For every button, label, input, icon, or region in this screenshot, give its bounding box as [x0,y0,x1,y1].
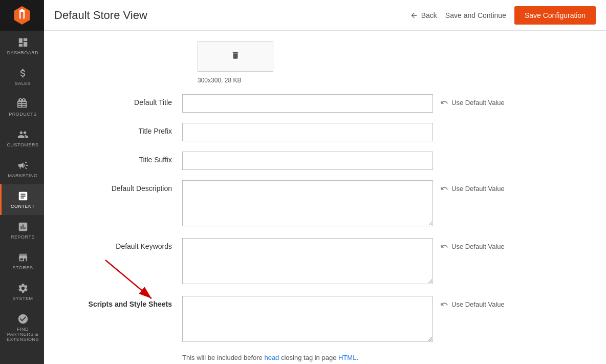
default-keywords-textarea[interactable] [182,238,433,284]
stores-icon [17,252,29,263]
sidebar-item-system-label: SYSTEM [12,296,33,301]
image-thumbnail [198,41,273,72]
sidebar-item-reports[interactable]: REPORTS [0,215,44,246]
save-configuration-button[interactable]: Save Configuration [514,6,596,25]
sidebar-item-customers-label: CUSTOMERS [7,142,39,147]
content-icon [17,190,29,202]
scripts-style-sheets-input-wrap [182,296,433,344]
undo-icon [440,242,448,250]
sidebar-item-content-label: CONTENT [11,204,35,209]
sidebar-item-system[interactable]: SYSTEM [0,276,44,307]
html-link: HTML [338,354,356,361]
sidebar-item-stores-label: STORES [13,265,33,270]
sidebar-item-products-label: PRODUCTS [9,112,37,117]
undo-icon [440,300,448,308]
scripts-style-sheets-label: Scripts and Style Sheets [64,296,182,308]
default-description-label: Default Description [64,180,182,192]
magento-logo-icon [13,6,31,25]
scripts-style-sheets-textarea[interactable] [182,296,433,342]
title-prefix-input-wrap [182,123,433,141]
title-prefix-label: Title Prefix [64,123,182,135]
sidebar-item-partners[interactable]: FIND PARTNERS & EXTENSIONS [0,307,44,348]
save-continue-button[interactable]: Save and Continue [445,11,506,19]
head-link: head [264,354,279,361]
logo [0,0,44,31]
sidebar-item-partners-label: FIND PARTNERS & EXTENSIONS [4,327,42,342]
scripts-style-sheets-use-default-button[interactable]: Use Default Value [440,296,505,308]
default-keywords-input-wrap [182,238,433,286]
scripts-row-wrapper: Scripts and Style Sheets Use Default Val… [64,296,586,344]
sidebar-item-marketing-label: MARKETING [8,173,37,178]
customers-icon [17,129,29,140]
default-description-textarea[interactable] [182,180,433,226]
sidebar-item-dashboard-label: DASHBOARD [7,50,39,55]
default-keywords-label: Default Keywords [64,238,182,250]
trash-icon [231,51,240,60]
title-prefix-input[interactable] [182,123,433,141]
sales-icon [17,68,29,79]
page-title: Default Store View [54,9,147,22]
default-title-use-default-button[interactable]: Use Default Value [440,94,505,106]
title-suffix-label: Title Suffix [64,152,182,164]
products-icon [17,98,29,110]
sidebar-item-marketing[interactable]: MARKETING [0,154,44,184]
system-icon [17,283,29,294]
default-description-use-default-button[interactable]: Use Default Value [440,180,505,192]
title-suffix-row: Title Suffix [64,152,586,170]
default-title-label: Default Title [64,94,182,106]
partners-icon [17,313,29,325]
reports-icon [17,221,29,232]
image-section: 300x300, 28 KB [198,41,586,84]
content-area: 300x300, 28 KB Default Title Use Default… [44,31,606,364]
default-keywords-row: Default Keywords Use Default Value [64,238,586,286]
page-header: Default Store View Back Save and Continu… [44,0,606,31]
delete-image-button[interactable] [231,51,240,62]
title-suffix-input[interactable] [182,152,433,170]
footer-note: This will be included before head closin… [182,354,586,361]
undo-icon [440,98,448,106]
default-title-row: Default Title Use Default Value [64,94,586,113]
title-suffix-input-wrap [182,152,433,170]
main-content: Default Store View Back Save and Continu… [44,0,606,364]
sidebar-item-dashboard[interactable]: DASHBOARD [0,31,44,61]
sidebar-item-customers[interactable]: CUSTOMERS [0,123,44,154]
default-keywords-use-default-button[interactable]: Use Default Value [440,238,505,250]
marketing-icon [17,160,29,171]
scripts-style-sheets-row: Scripts and Style Sheets Use Default Val… [64,296,586,344]
sidebar-item-reports-label: REPORTS [11,234,35,240]
dashboard-icon [17,37,29,48]
undo-icon [440,184,448,192]
back-arrow-icon [410,11,418,19]
sidebar-item-content[interactable]: CONTENT [0,184,44,215]
sidebar-item-stores[interactable]: STORES [0,246,44,276]
default-title-input[interactable] [182,94,433,113]
title-prefix-row: Title Prefix [64,123,586,141]
back-button[interactable]: Back [410,11,437,19]
default-description-row: Default Description Use Default Value [64,180,586,228]
default-title-input-wrap [182,94,433,113]
sidebar-item-sales-label: SALES [15,81,31,86]
header-actions: Back Save and Continue Save Configuratio… [410,6,596,25]
sidebar: DASHBOARD SALES PRODUCTS CUSTOMERS MARKE… [0,0,44,364]
image-size-info: 300x300, 28 KB [198,77,241,84]
sidebar-item-products[interactable]: PRODUCTS [0,92,44,123]
sidebar-item-sales[interactable]: SALES [0,61,44,92]
default-description-input-wrap [182,180,433,228]
